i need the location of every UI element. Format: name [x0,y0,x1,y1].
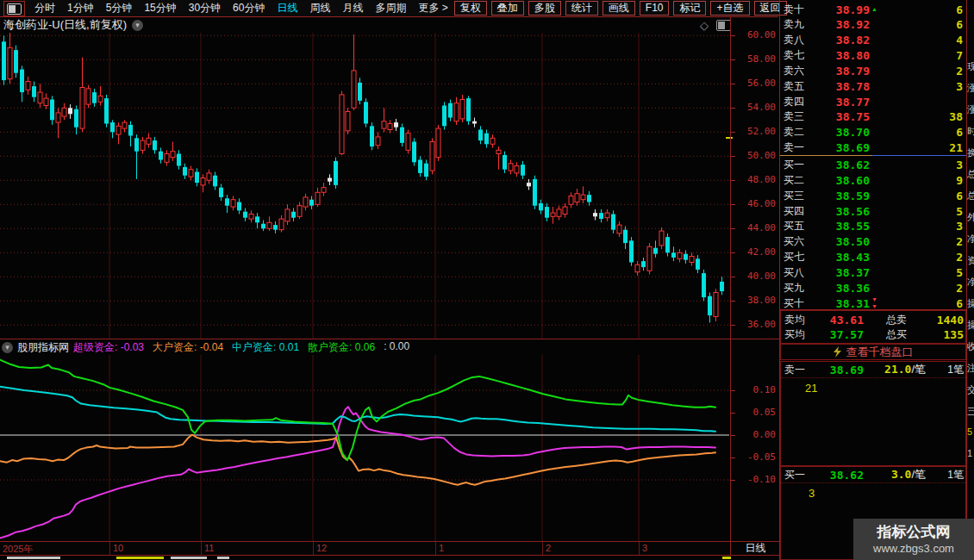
sell-level-row[interactable]: 卖六38.792 [780,63,966,78]
price-axis-tick [731,301,735,302]
level-quantity: 7 [883,49,966,62]
indicator-axis-tick [731,413,735,414]
sell-one-row[interactable]: 卖一 38.69 21.0/笔 1笔 [781,362,967,377]
sell-level-row[interactable]: 卖一38.6921 [780,140,966,156]
level-price: 38.75 [815,110,870,123]
level-price: 38.82 [815,34,870,47]
indicator-header: ▾ 股朋指标网 超级资金: -0.03大户资金: -0.04中户资金: 0.01… [2,340,409,354]
cutoff-char: 操 [967,297,974,310]
cutoff-bottom-fragment [116,557,164,559]
split-window-icon[interactable] [716,20,731,31]
level-label: 卖八 [780,33,815,47]
cutoff-char: 资 [967,254,974,267]
price-axis-tick [731,228,735,229]
period-tab-60分钟[interactable]: 60分钟 [227,1,271,16]
view-depth-button[interactable]: 查看千档盘口 [780,344,966,360]
indicator-axis-label: 0.05 [736,407,776,418]
period-tab-更多 >[interactable]: 更多 > [412,1,453,16]
indicator-value-大户资金: 大户资金: -0.04 [153,340,223,355]
chevron-down-icon[interactable]: ▾ [132,20,143,31]
toolbar-actions: 复权叠加多股统计画线F10标记+自选返回 [454,1,790,16]
buy-level-row[interactable]: 买七38.432 [780,250,966,265]
buy-level-row[interactable]: 买五38.553 [780,219,966,234]
action-button-标记[interactable]: 标记 [673,1,706,16]
buy-one-row[interactable]: 买一 38.62 3.0/笔 1笔 [781,467,967,482]
level-quantity: 9 [883,174,966,187]
period-tab-分时[interactable]: 分时 [28,1,61,16]
level-quantity: 4 [883,34,966,47]
period-tab-多周期[interactable]: 多周期 [369,1,412,16]
sell-level-row[interactable]: 卖五38.783 [780,78,966,94]
time-axis-month: 1 [439,543,444,553]
period-tab-日线[interactable]: 日线 [271,1,303,16]
buy-level-row[interactable]: 买一38.623 [780,158,966,173]
price-axis-label: 36.00 [736,319,776,330]
buy-level-row[interactable]: 买二38.609 [780,172,966,188]
sell-queue-lot: 21 [805,382,817,395]
period-tab-月线[interactable]: 月线 [336,1,369,16]
price-axis-tick [731,132,735,133]
level-label: 卖六 [780,64,815,78]
avg-sell-value: 43.61 [814,314,864,327]
level-price: 38.55 [815,220,870,233]
sell-level-row[interactable]: 卖二38.706 [780,125,966,140]
period-tab-5分钟[interactable]: 5分钟 [100,1,139,16]
fund-line-散户资金 [0,360,715,460]
level-quantity: 6 [883,18,966,31]
period-tab-1分钟[interactable]: 1分钟 [61,1,100,16]
action-button-+自选[interactable]: +自选 [710,1,749,16]
buy-level-row[interactable]: 买三38.596 [780,188,966,203]
level-label: 卖四 [780,95,815,109]
month-tick [313,542,314,555]
period-tab-30分钟[interactable]: 30分钟 [183,1,227,16]
level-quantity: 2 [883,65,966,78]
period-label-box[interactable]: 日线 [732,542,779,555]
chart-corner-icons: ◇ [700,19,731,32]
level-label: 卖七 [780,48,815,63]
collapse-icon[interactable]: ▾ [2,342,13,353]
price-axis-label: 52.00 [736,126,776,137]
level-label: 买九 [780,281,815,296]
level-price: 38.36 [815,282,870,295]
fund-flow-indicator-chart[interactable] [0,355,731,541]
level-price: 38.80 [815,49,870,62]
action-button-叠加[interactable]: 叠加 [491,1,524,16]
sell-level-row[interactable]: 卖十38.99▲6 [780,2,966,17]
sell-level-row[interactable]: 卖八38.824 [780,33,966,48]
buy-level-row[interactable]: 买六38.502 [780,234,966,250]
buy-level-row[interactable]: 买九38.362 [780,280,966,296]
sell-level-row[interactable]: 卖七38.807 [780,48,966,64]
indicator-axis-label: 0.00 [736,429,776,440]
cutoff-bottom-fragment [7,557,60,559]
spread-divider-right [872,155,966,156]
level-price: 38.62 [815,159,870,171]
buy-level-row[interactable]: 买四38.565 [780,203,966,219]
cutoff-char: 交 [967,383,974,396]
orderbook-avg-divider [780,309,966,310]
buy-level-row[interactable]: 买八38.375 [780,264,966,280]
level-price: 38.92 [815,18,870,31]
level-label: 卖三 [780,109,815,124]
action-button-多股[interactable]: 多股 [528,1,561,16]
level-quantity: 5 [883,205,966,218]
price-axis-tick [731,35,735,36]
avg-buy-value: 37.57 [814,328,864,341]
sell-level-row[interactable]: 卖四38.77 [780,94,966,109]
cutoff-char: 净 [967,276,974,289]
action-button-画线[interactable]: 画线 [603,1,635,16]
sell-level-row[interactable]: 卖九38.926 [780,17,966,33]
level-label: 买一 [780,158,815,172]
sell-level-row[interactable]: 卖三38.7538 [780,109,966,125]
order-book-panel: 卖十38.99▲6卖九38.926卖八38.824卖七38.807卖六38.79… [780,0,966,560]
price-axis-label: 60.00 [736,29,776,40]
period-tab-15分钟[interactable]: 15分钟 [138,1,182,16]
level-label: 买六 [780,234,815,249]
action-button-F10[interactable]: F10 [640,1,670,16]
window-layout-icon[interactable] [3,1,25,16]
level-label: 买二 [780,173,815,188]
action-button-统计[interactable]: 统计 [565,1,598,16]
candlestick-chart[interactable] [0,33,731,339]
diamond-icon[interactable]: ◇ [700,19,709,32]
period-tab-周线[interactable]: 周线 [303,1,336,16]
action-button-复权[interactable]: 复权 [454,1,487,16]
